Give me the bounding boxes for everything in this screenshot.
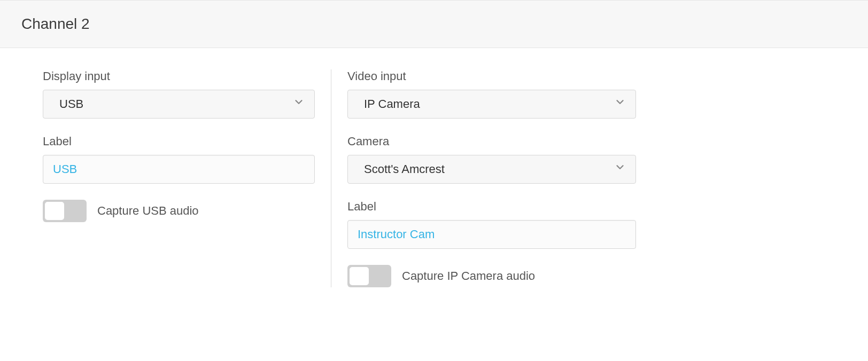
chevron-down-icon — [614, 155, 626, 183]
display-label-input[interactable] — [43, 155, 315, 184]
camera-select-box[interactable]: Scott's Amcrest — [347, 155, 636, 184]
capture-usb-audio-label: Capture USB audio — [97, 204, 199, 218]
video-label-caption: Label — [347, 200, 636, 214]
display-column: Display input USB Label — [43, 69, 331, 287]
video-input-select-box[interactable]: IP Camera — [347, 90, 636, 119]
display-input-select[interactable]: USB — [43, 90, 315, 119]
channel-body: Display input USB Label — [0, 48, 868, 309]
display-label-field: Label — [43, 135, 315, 184]
display-input-select-box[interactable]: USB — [43, 90, 315, 119]
camera-select[interactable]: Scott's Amcrest — [347, 155, 636, 184]
columns: Display input USB Label — [43, 69, 825, 287]
video-input-value: IP Camera — [364, 97, 420, 111]
video-input-select[interactable]: IP Camera — [347, 90, 636, 119]
capture-ip-audio-toggle[interactable] — [347, 265, 391, 287]
chevron-down-icon — [614, 90, 626, 118]
video-input-field: Video input IP Camera — [347, 69, 636, 119]
video-column: Video input IP Camera Camera Scott's Amc… — [331, 69, 636, 287]
camera-value: Scott's Amcrest — [364, 162, 445, 176]
capture-usb-audio-toggle[interactable] — [43, 200, 87, 222]
channel-title: Channel 2 — [21, 15, 847, 33]
video-label-input[interactable] — [347, 220, 636, 249]
chevron-down-icon — [293, 90, 305, 118]
display-input-value: USB — [59, 97, 83, 111]
channel-header: Channel 2 — [0, 0, 868, 48]
toggle-knob — [350, 267, 369, 285]
display-label-caption: Label — [43, 135, 315, 148]
toggle-knob — [45, 202, 64, 220]
capture-ip-audio-row: Capture IP Camera audio — [347, 265, 636, 287]
display-input-label: Display input — [43, 69, 315, 83]
video-label-field: Label — [347, 200, 636, 249]
video-input-label: Video input — [347, 69, 636, 83]
capture-ip-audio-label: Capture IP Camera audio — [402, 269, 535, 283]
capture-usb-audio-row: Capture USB audio — [43, 200, 315, 222]
camera-field: Camera Scott's Amcrest — [347, 135, 636, 184]
display-input-field: Display input USB — [43, 69, 315, 119]
camera-label: Camera — [347, 135, 636, 148]
